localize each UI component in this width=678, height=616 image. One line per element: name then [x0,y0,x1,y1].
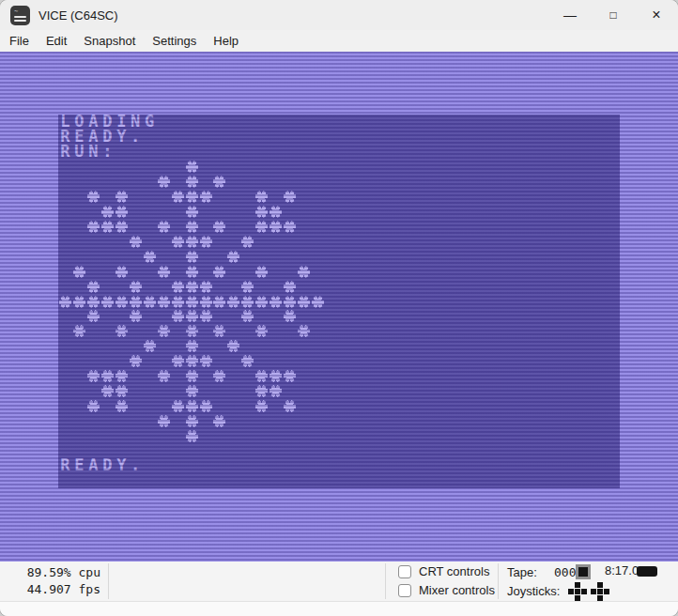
vice-window: ~ VICE (C64SC) — □ × File Edit Snapshot … [0,0,678,616]
asterisk-char [116,400,128,412]
asterisk-char [298,325,310,337]
asterisk-char [87,400,100,412]
asterisk-char [87,191,100,203]
screen-char: A [86,458,100,473]
asterisk-char [298,266,310,278]
emulator-display[interactable]: LOADINGREADY.RUN:READY. [0,52,678,562]
tape-motor-led [578,567,588,577]
maximize-button[interactable]: □ [592,0,635,30]
asterisk-char [241,355,254,367]
statusbar-separator [498,563,499,599]
asterisk-char [270,296,282,308]
asterisk-char [186,296,198,308]
minimize-button[interactable]: — [548,0,592,30]
asterisk-char [213,266,225,278]
menu-settings[interactable]: Settings [144,31,205,51]
statusbar-separator [385,563,386,599]
asterisk-char [255,191,268,203]
tape-motor-indicator[interactable] [576,564,591,579]
asterisk-char [186,236,198,248]
asterisk-char [213,221,225,233]
asterisk-char [186,266,198,278]
asterisk-char [116,221,128,233]
asterisk-char [116,370,128,382]
asterisk-char [255,370,268,382]
menu-help[interactable]: Help [205,31,247,51]
asterisk-char [298,296,310,308]
asterisk-char [200,191,212,203]
asterisk-char [87,370,100,382]
asterisk-char [186,176,198,188]
asterisk-char [172,236,184,248]
screen-char: . [129,130,143,145]
asterisk-char [270,221,282,233]
asterisk-char [130,281,142,293]
asterisk-char [213,296,225,308]
asterisk-char [255,221,268,233]
joystick-direction-square [575,589,580,594]
asterisk-char [172,310,184,322]
joystick-direction-square [591,589,596,594]
asterisk-char [186,370,198,382]
title-bar: ~ VICE (C64SC) — □ × [0,0,678,30]
screen-char: U [72,145,86,160]
asterisk-char [186,206,198,218]
asterisk-char [186,415,198,427]
asterisk-char [270,385,282,397]
screen-char: R [58,458,72,473]
tape-counter: 000 [554,565,576,579]
asterisk-char [186,191,198,203]
asterisk-char [158,266,170,278]
window-bottom-strip [0,601,678,616]
asterisk-char [87,221,100,233]
c64-screen: LOADINGREADY.RUN:READY. [58,115,620,488]
joystick-direction-square [604,589,609,594]
asterisk-char [87,296,100,308]
asterisk-char [186,281,198,293]
asterisk-char [186,221,198,233]
asterisk-char [116,206,128,218]
joystick-direction-square [575,582,580,588]
crt-controls-label: CRT controls [419,564,489,578]
asterisk-char [213,325,225,337]
asterisk-char [270,206,282,218]
mixer-controls-toggle[interactable]: Mixer controls [398,583,495,597]
crt-controls-checkbox[interactable] [398,565,411,578]
screen-char: Y [115,458,129,473]
asterisk-char [241,281,254,293]
menu-file[interactable]: File [1,31,38,51]
statusbar-separator [108,563,109,599]
asterisk-char [116,191,128,203]
asterisk-char [227,296,239,308]
mixer-controls-checkbox[interactable] [398,584,411,597]
menu-edit[interactable]: Edit [38,31,75,51]
asterisk-char [284,400,296,412]
asterisk-char [284,296,296,308]
asterisk-char [227,340,239,352]
asterisk-char [73,325,85,337]
asterisk-char [172,296,184,308]
asterisk-char [241,310,254,322]
window-title: VICE (C64SC) [39,8,118,23]
menu-snapshot[interactable]: Snapshot [75,31,144,51]
asterisk-char [284,281,296,293]
asterisk-char [186,251,198,263]
close-button[interactable]: × [635,0,678,30]
asterisk-char [73,266,85,278]
crt-controls-toggle[interactable]: CRT controls [398,564,489,578]
asterisk-char [200,310,212,322]
screen-char: R [58,145,72,160]
asterisk-char [144,296,156,308]
asterisk-char [101,370,114,382]
asterisk-char [144,340,156,352]
asterisk-char [213,370,225,382]
asterisk-char [200,236,212,248]
asterisk-char [101,296,114,308]
asterisk-char [101,206,114,218]
asterisk-char [158,296,170,308]
asterisk-char [186,355,198,367]
screen-char: G [143,115,157,130]
asterisk-char [200,355,212,367]
screen-char: : [100,145,115,160]
tape-label: Tape: [507,565,537,579]
